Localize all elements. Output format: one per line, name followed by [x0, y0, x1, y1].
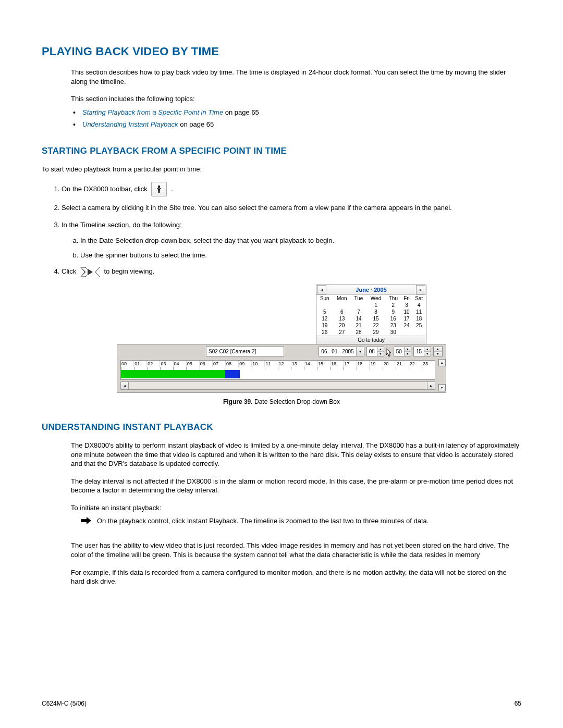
calendar-day[interactable]: 4	[412, 302, 426, 309]
timeline-scrollbar[interactable]: ◂ ▸	[120, 381, 435, 390]
calendar-dow: Wed	[366, 295, 385, 302]
calendar-day[interactable]: 28	[351, 329, 366, 336]
start-intro: To start video playback from a particula…	[42, 165, 521, 174]
calendar-day[interactable]: 19	[316, 322, 333, 329]
calendar-dow: Fri	[401, 295, 412, 302]
page-title: Playing Back Video by Time	[42, 45, 521, 58]
step-2: Select a camera by clicking it in the Si…	[62, 203, 521, 214]
zoom-in-button[interactable]: ▴	[438, 359, 446, 366]
calendar-day[interactable]: 24	[401, 322, 412, 329]
toc-rest-1: on page 65	[223, 108, 259, 116]
calendar-day[interactable]: 6	[333, 309, 351, 315]
calendar-day[interactable]: 11	[412, 309, 426, 315]
calendar-day[interactable]: 5	[316, 309, 333, 315]
figure-caption: Figure 39. Date Selection Drop-down Box	[42, 398, 521, 405]
arrow-right-icon	[80, 516, 92, 526]
section-starting-playback: Starting Playback from a Specific Point …	[42, 146, 521, 156]
timeline-hour-label: 00	[121, 361, 134, 367]
scroll-left-button[interactable]: ◂	[121, 382, 129, 389]
calendar-day[interactable]: 9	[385, 309, 401, 315]
step-1: On the DX8000 toolbar, click .	[62, 182, 521, 196]
timeline-hour-label: 16	[331, 361, 344, 367]
playback-toolbar-icon[interactable]	[151, 182, 167, 196]
calendar-dow: Sun	[316, 295, 333, 302]
calendar-day[interactable]: 7	[351, 309, 366, 315]
calendar-day[interactable]: 26	[316, 329, 333, 336]
toc-link-2[interactable]: Understanding Instant Playback	[82, 120, 178, 128]
calendar-day	[412, 329, 426, 336]
calendar-day[interactable]: 3	[401, 302, 412, 309]
calendar-day[interactable]: 1	[366, 302, 385, 309]
time-minute-spinner[interactable]: 50 ▴▾	[394, 347, 411, 356]
footer-page-number: 65	[515, 700, 521, 707]
understand-p6: For example, if this data is recorded fr…	[71, 568, 521, 586]
zoom-out-button[interactable]: ▾	[438, 384, 446, 391]
scroll-right-button[interactable]: ▸	[427, 382, 435, 389]
step-1-text-b: .	[171, 184, 173, 195]
calendar-day	[316, 302, 333, 309]
time-minute-value: 50	[394, 349, 404, 354]
timeline-hour-label: 13	[291, 361, 304, 367]
timeline-hour-label: 22	[409, 361, 422, 367]
calendar-day[interactable]: 25	[412, 322, 426, 329]
date-selection-value: 06 - 01 - 2005	[319, 349, 356, 354]
calendar-day[interactable]: 21	[351, 322, 366, 329]
calendar-day[interactable]: 13	[333, 315, 351, 322]
calendar-dow: Mon	[333, 295, 351, 302]
step-3-text: In the Timeline section, do the followin…	[62, 221, 182, 229]
intro-paragraph-2: This section includes the following topi…	[71, 94, 521, 104]
timeline-hour-label: 19	[370, 361, 383, 367]
calendar-dow: Tue	[351, 295, 366, 302]
timeline-segment-selected	[225, 370, 239, 378]
intro-paragraph-1: This section describes how to play back …	[71, 68, 521, 86]
calendar-day[interactable]: 20	[333, 322, 351, 329]
calendar-day[interactable]: 27	[333, 329, 351, 336]
understand-p2: The delay interval is not affected if th…	[71, 477, 521, 495]
calendar-day[interactable]: 29	[366, 329, 385, 336]
end-spinner[interactable]: ▴▾	[433, 347, 443, 356]
timeline-hour-label: 06	[200, 361, 213, 367]
cursor-pointer-icon	[385, 346, 393, 356]
go-to-today-button[interactable]: Go to today	[316, 336, 426, 344]
calendar-day[interactable]: 8	[366, 309, 385, 315]
calendar-day[interactable]: 18	[412, 315, 426, 322]
calendar-day[interactable]: 30	[385, 329, 401, 336]
timeline-hour-label: 20	[383, 361, 396, 367]
calendar-day[interactable]: 17	[401, 315, 412, 322]
calendar-day[interactable]: 16	[385, 315, 401, 322]
calendar-day[interactable]: 23	[385, 322, 401, 329]
time-second-spinner[interactable]: 15 ▴▾	[413, 347, 431, 356]
figure-caption-text: Date Selection Drop-down Box	[253, 398, 340, 405]
timeline-segment-recorded	[121, 370, 225, 378]
calendar-grid[interactable]: SunMonTueWedThuFriSat 123456789101112131…	[316, 295, 426, 336]
timeline-ruler[interactable]: 0001020304050607080910111213141516171819…	[120, 360, 435, 380]
time-second-value: 15	[414, 349, 424, 354]
timeline-hour-label: 21	[396, 361, 409, 367]
calendar-day[interactable]: 2	[385, 302, 401, 309]
date-selection-dropdown[interactable]: 06 - 01 - 2005 ▾	[319, 347, 364, 356]
timeline-hour-label: 12	[278, 361, 291, 367]
toc-link-1[interactable]: Starting Playback from a Specific Point …	[82, 108, 223, 116]
camera-label-field: S02 C02 [Camera 2]	[206, 347, 284, 356]
play-button-icon[interactable]	[80, 267, 100, 277]
understand-p5: The user has the ability to view video t…	[71, 541, 521, 559]
calendar-day[interactable]: 12	[316, 315, 333, 322]
timeline-hour-label: 18	[357, 361, 370, 367]
timeline-hour-label: 09	[239, 361, 252, 367]
figure-number: Figure 39.	[223, 398, 253, 405]
step-4-text-a: Click	[62, 266, 76, 277]
calendar-day[interactable]: 15	[366, 315, 385, 322]
calendar-day[interactable]: 22	[366, 322, 385, 329]
calendar-day	[351, 302, 366, 309]
step-3b: Use the spinner buttons to select the ti…	[80, 251, 521, 260]
calendar-day[interactable]: 14	[351, 315, 366, 322]
timeline-zoom-slider[interactable]: ▴ ▾	[438, 358, 446, 392]
timeline-hour-label: 17	[344, 361, 357, 367]
timeline-hour-label: 04	[174, 361, 187, 367]
time-hour-spinner[interactable]: 08 ▴▾	[366, 347, 384, 356]
understand-p3: To initiate an instant playback:	[71, 503, 521, 513]
calendar-prev-button[interactable]: ◂	[317, 285, 326, 294]
calendar-next-button[interactable]: ▸	[416, 285, 425, 294]
calendar-day[interactable]: 10	[401, 309, 412, 315]
timeline-hour-label: 02	[147, 361, 160, 367]
